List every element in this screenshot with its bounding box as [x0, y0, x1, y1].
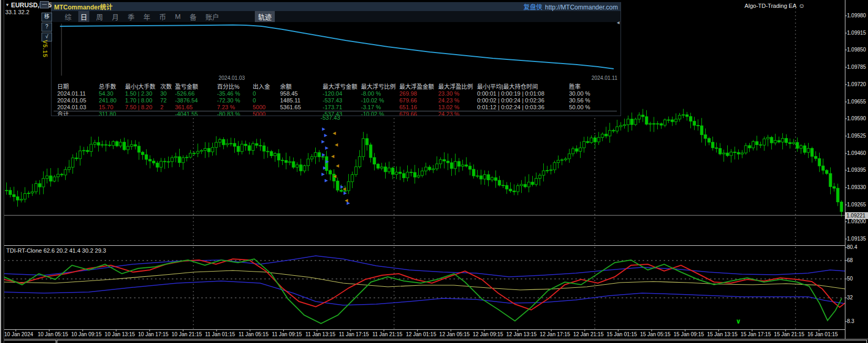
tool-button-1[interactable]: ? — [42, 23, 52, 32]
trade-entry-arrow-icon: ▶ — [323, 166, 326, 170]
tdi-indicator-label: TDI-RT-Clone 62.6 20.2 41.4 30.2 29.3 — [6, 247, 106, 254]
table-row-1-cell: 0:00:02 | 0:00:24 | 0:02:36 — [477, 97, 569, 104]
time-axis-label: 12 Jan 13:15 — [507, 331, 537, 337]
time-axis-label: 12 Jan 21:15 — [573, 331, 604, 337]
time-axis-label: 11 Jan 17:15 — [339, 331, 369, 337]
table-header-cell: 次数 — [160, 84, 175, 90]
table-total-row-cell — [569, 111, 621, 116]
table-row-1-cell: 679.66 — [399, 97, 438, 104]
table-row-0-cell: 2024.01.11 — [57, 90, 99, 97]
panel-tab-M[interactable]: M — [173, 12, 183, 21]
table-header-cell: 最小|大手数 — [125, 84, 160, 90]
tdi-line-blue_upper — [4, 256, 845, 277]
brand-name: 复盘侠 — [523, 4, 542, 11]
table-total-row-cell: 311.80 — [99, 111, 125, 116]
trail-button[interactable]: 轨迹 — [255, 11, 275, 22]
symbol-dropdown-icon[interactable]: ▼ — [5, 3, 9, 7]
panel-tab-月[interactable]: 月 — [110, 11, 121, 22]
table-total-row-cell — [125, 111, 160, 116]
panel-tab-综[interactable]: 综 — [63, 11, 74, 22]
panel-tab-年[interactable]: 年 — [141, 11, 152, 22]
table-row-2-cell: 2 — [160, 104, 175, 111]
trade-entry-arrow-icon: ▶ — [326, 160, 329, 164]
time-axis-label: 10 Jan 2024 — [4, 331, 33, 337]
trade-exit-arrow-icon: ◀ — [345, 199, 348, 203]
table-row-0-cell: 30 — [160, 90, 175, 97]
trade-entry-arrow-icon: ▶ — [322, 172, 325, 176]
panel-tab-币[interactable]: 币 — [157, 11, 168, 22]
table-row-0-cell: 23.30 % — [438, 90, 477, 97]
time-axis-label: 11 Jan 21:15 — [373, 331, 402, 337]
table-row-0-cell: 269.98 — [399, 90, 438, 97]
floating-loss-annotation: -537.43 — [321, 115, 340, 121]
time-axis-label: 10 Jan 05:15 — [38, 331, 68, 337]
mtcommander-stats-panel[interactable]: MTCommander统计 复盘侠http://MTCommander.com … — [51, 2, 621, 116]
equity-curve-line — [60, 25, 614, 69]
tdi-axis-label: 32 — [847, 295, 853, 300]
trade-exit-arrow-icon: ◀ — [331, 154, 334, 159]
table-row-1-cell: -3876.54 — [175, 97, 217, 104]
trade-entry-arrow-icon: ▶ — [325, 179, 328, 183]
time-axis-label: 10 Jan 17:15 — [138, 331, 169, 337]
table-total-row-cell — [280, 111, 323, 116]
candlestick-series — [5, 109, 843, 216]
table-row-0-cell: 0:00:01 | 0:00:19 | 0:01:08 — [477, 90, 569, 97]
bottom-window-edge-right — [57, 340, 867, 343]
panel-tab-备[interactable]: 备 — [188, 11, 199, 22]
time-axis-label: 12 Jan 17:15 — [540, 331, 570, 337]
table-row-2-cell: 7.23 % — [217, 104, 253, 111]
time-axis-label: 11 Jan 13:15 — [305, 331, 335, 337]
tdi-line-red — [4, 259, 845, 310]
time-axis-label: 12 Jan 09:15 — [473, 331, 503, 337]
stats-panel-tabbar: 综日周月季年币M备账户轨迹 — [51, 11, 621, 22]
brand-url[interactable]: http://MTCommander.com — [545, 4, 618, 11]
table-header-cell: 最大浮亏金额 — [323, 84, 361, 90]
panel-tab-周[interactable]: 周 — [94, 11, 105, 22]
table-row-1-cell: 241.80 — [99, 97, 125, 104]
table-row-2-cell: 5361.65 — [280, 104, 323, 111]
price-axis-label: 1.09525 — [847, 133, 866, 139]
tdi-axis-label: 8.3 — [847, 318, 854, 324]
table-row-0-cell: 30.00 % — [569, 90, 621, 97]
table-row-1-cell: 2024.01.05 — [57, 97, 99, 104]
table-row-0-cell: 0 — [253, 90, 280, 97]
table-row-2-cell: 13.02 % — [438, 104, 477, 111]
stats-panel-title: MTCommander统计 — [54, 2, 112, 11]
trade-exit-arrow-icon: ◀ — [333, 174, 336, 179]
panel-tab-账户[interactable]: 账户 — [203, 11, 221, 22]
tdi-axis-label: 50 — [847, 276, 853, 282]
table-row-2-cell: 651.16 — [399, 104, 438, 111]
time-axis-label: 15 Jan 13:15 — [707, 331, 738, 337]
price-axis-label: 1.09200 — [847, 219, 866, 224]
price-axis-label: 1.09460 — [847, 150, 866, 156]
table-row-0-cell: -8.00 % — [361, 90, 399, 97]
table-total-row-cell — [477, 111, 569, 116]
mt4-chart-window: ▼EURUSD,M15 — 33.1 32.2 移?√ V5.15 Algo-T… — [0, 0, 868, 343]
tool-button-0[interactable]: 移 — [42, 13, 52, 22]
table-header-cell: 最大浮盈金额 — [399, 84, 438, 90]
table-header-cell: 最大浮亏比例 — [361, 84, 399, 90]
stats-panel-link[interactable]: 复盘侠http://MTCommander.com — [523, 2, 618, 11]
table-row-1-cell: 0 — [253, 97, 280, 104]
smiley-icon: ☺ — [799, 2, 805, 9]
panel-tab-季[interactable]: 季 — [126, 11, 137, 22]
table-row-1-cell: 1485.11 — [280, 97, 323, 104]
panel-collapse-button[interactable]: — — [40, 1, 49, 8]
table-row-2-cell: 7.50 | 8.20 — [125, 104, 160, 111]
table-row-0-cell: 54.30 — [99, 90, 125, 97]
time-axis-label: 15 Jan 09:15 — [674, 331, 704, 337]
time-axis-label: 15 Jan 05:15 — [640, 331, 670, 337]
panel-resize-arrow-icon[interactable]: ◄ — [616, 20, 621, 25]
trade-exit-arrow-icon: ◀ — [343, 187, 346, 191]
price-axis-label: 1.09850 — [847, 47, 866, 53]
time-axis-label: 12 Jan 05:15 — [439, 331, 470, 337]
table-header-cell: 百分比% — [217, 84, 253, 90]
stats-panel-titlebar[interactable]: MTCommander统计 复盘侠http://MTCommander.com — [51, 2, 621, 11]
price-axis-label: 1.09135 — [847, 236, 866, 242]
table-row-0-cell: -35.46 % — [217, 90, 253, 97]
table-row-1-cell: -537.43 — [323, 97, 361, 104]
table-header-cell: 最大浮盈比例 — [438, 84, 477, 90]
panel-tab-日[interactable]: 日 — [78, 11, 89, 22]
time-axis-label: 15 Jan 01:15 — [607, 331, 637, 337]
table-header-cell: 最小|平均|最大持仓时间 — [477, 84, 569, 90]
